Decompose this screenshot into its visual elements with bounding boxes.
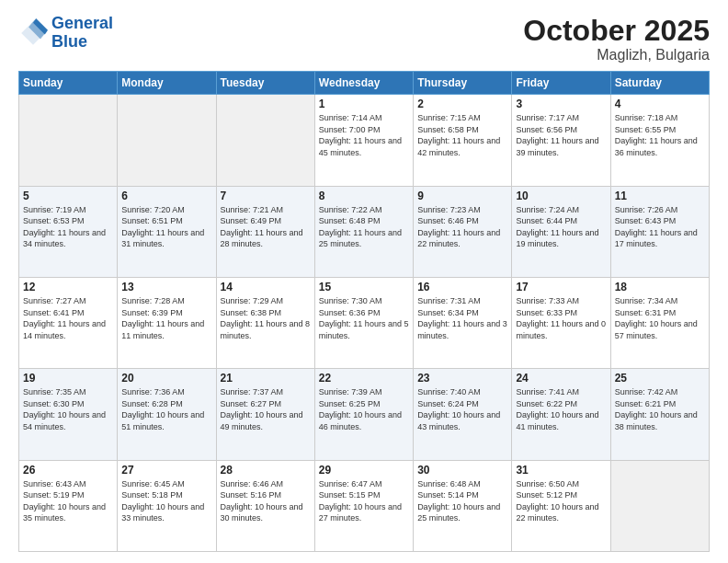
day-cell: 21Sunrise: 7:37 AMSunset: 6:27 PMDayligh…	[216, 369, 314, 460]
logo-blue: Blue	[51, 33, 113, 52]
day-cell: 30Sunrise: 6:48 AMSunset: 5:14 PMDayligh…	[414, 460, 512, 551]
day-cell	[610, 460, 709, 551]
week-row-1: 1Sunrise: 7:14 AMSunset: 7:00 PMDaylight…	[19, 95, 710, 186]
day-info: Sunrise: 7:37 AMSunset: 6:27 PMDaylight:…	[221, 386, 311, 432]
day-info: Sunrise: 7:34 AMSunset: 6:31 PMDaylight:…	[615, 295, 705, 341]
day-number: 20	[121, 372, 211, 385]
weekday-header-tuesday: Tuesday	[216, 72, 314, 95]
location: Maglizh, Bulgaria	[523, 47, 710, 63]
day-number: 7	[221, 190, 311, 202]
day-info: Sunrise: 6:43 AMSunset: 5:19 PMDaylight:…	[23, 478, 113, 524]
day-cell: 4Sunrise: 7:18 AMSunset: 6:55 PMDaylight…	[610, 95, 709, 186]
weekday-header-row: SundayMondayTuesdayWednesdayThursdayFrid…	[19, 72, 710, 95]
day-number: 18	[615, 281, 705, 293]
day-cell: 13Sunrise: 7:28 AMSunset: 6:39 PMDayligh…	[118, 277, 216, 368]
day-cell: 26Sunrise: 6:43 AMSunset: 5:19 PMDayligh…	[19, 460, 118, 551]
day-number: 28	[221, 464, 311, 477]
day-cell: 5Sunrise: 7:19 AMSunset: 6:53 PMDaylight…	[19, 186, 118, 277]
logo-icon	[18, 18, 48, 48]
day-cell: 24Sunrise: 7:41 AMSunset: 6:22 PMDayligh…	[512, 369, 610, 460]
day-info: Sunrise: 7:21 AMSunset: 6:49 PMDaylight:…	[221, 204, 311, 250]
day-cell: 29Sunrise: 6:47 AMSunset: 5:15 PMDayligh…	[314, 460, 413, 551]
week-row-5: 26Sunrise: 6:43 AMSunset: 5:19 PMDayligh…	[19, 460, 710, 551]
day-cell: 7Sunrise: 7:21 AMSunset: 6:49 PMDaylight…	[216, 186, 314, 277]
day-info: Sunrise: 7:23 AMSunset: 6:46 PMDaylight:…	[417, 204, 507, 250]
day-cell	[118, 95, 216, 186]
day-number: 15	[319, 281, 409, 293]
day-cell: 2Sunrise: 7:15 AMSunset: 6:58 PMDaylight…	[414, 95, 512, 186]
day-info: Sunrise: 6:48 AMSunset: 5:14 PMDaylight:…	[417, 478, 507, 524]
day-info: Sunrise: 7:40 AMSunset: 6:24 PMDaylight:…	[417, 386, 507, 432]
day-info: Sunrise: 7:19 AMSunset: 6:53 PMDaylight:…	[23, 204, 113, 250]
day-info: Sunrise: 7:39 AMSunset: 6:25 PMDaylight:…	[319, 386, 409, 432]
day-number: 17	[516, 281, 606, 293]
day-info: Sunrise: 7:15 AMSunset: 6:58 PMDaylight:…	[417, 112, 507, 158]
day-cell: 27Sunrise: 6:45 AMSunset: 5:18 PMDayligh…	[118, 460, 216, 551]
day-number: 21	[221, 372, 311, 385]
day-cell: 28Sunrise: 6:46 AMSunset: 5:16 PMDayligh…	[216, 460, 314, 551]
day-cell: 31Sunrise: 6:50 AMSunset: 5:12 PMDayligh…	[512, 460, 610, 551]
day-number: 10	[516, 190, 606, 202]
day-cell: 20Sunrise: 7:36 AMSunset: 6:28 PMDayligh…	[118, 369, 216, 460]
day-info: Sunrise: 7:35 AMSunset: 6:30 PMDaylight:…	[23, 386, 113, 432]
day-cell	[216, 95, 314, 186]
day-cell: 3Sunrise: 7:17 AMSunset: 6:56 PMDaylight…	[512, 95, 610, 186]
day-number: 23	[417, 372, 507, 385]
day-cell: 25Sunrise: 7:42 AMSunset: 6:21 PMDayligh…	[610, 369, 709, 460]
day-cell: 17Sunrise: 7:33 AMSunset: 6:33 PMDayligh…	[512, 277, 610, 368]
day-info: Sunrise: 7:33 AMSunset: 6:33 PMDaylight:…	[516, 295, 606, 341]
day-number: 3	[516, 98, 606, 110]
day-number: 25	[615, 372, 705, 385]
day-info: Sunrise: 7:42 AMSunset: 6:21 PMDaylight:…	[615, 386, 705, 432]
day-info: Sunrise: 7:36 AMSunset: 6:28 PMDaylight:…	[121, 386, 211, 432]
day-cell: 22Sunrise: 7:39 AMSunset: 6:25 PMDayligh…	[314, 369, 413, 460]
day-cell: 18Sunrise: 7:34 AMSunset: 6:31 PMDayligh…	[610, 277, 709, 368]
day-cell: 6Sunrise: 7:20 AMSunset: 6:51 PMDaylight…	[118, 186, 216, 277]
week-row-3: 12Sunrise: 7:27 AMSunset: 6:41 PMDayligh…	[19, 277, 710, 368]
day-cell: 12Sunrise: 7:27 AMSunset: 6:41 PMDayligh…	[19, 277, 118, 368]
day-cell: 15Sunrise: 7:30 AMSunset: 6:36 PMDayligh…	[314, 277, 413, 368]
day-number: 22	[319, 372, 409, 385]
day-info: Sunrise: 6:45 AMSunset: 5:18 PMDaylight:…	[121, 478, 211, 524]
day-info: Sunrise: 7:24 AMSunset: 6:44 PMDaylight:…	[516, 204, 606, 250]
day-number: 8	[319, 190, 409, 202]
day-number: 19	[23, 372, 113, 385]
logo-general: General	[51, 14, 113, 32]
day-cell	[19, 95, 118, 186]
day-info: Sunrise: 6:46 AMSunset: 5:16 PMDaylight:…	[221, 478, 311, 524]
weekday-header-saturday: Saturday	[610, 72, 709, 95]
day-number: 27	[121, 464, 211, 477]
day-number: 4	[615, 98, 705, 110]
day-cell: 9Sunrise: 7:23 AMSunset: 6:46 PMDaylight…	[414, 186, 512, 277]
header: General Blue October 2025 Maglizh, Bulga…	[18, 15, 710, 63]
day-number: 30	[417, 464, 507, 477]
day-number: 5	[23, 190, 113, 202]
day-info: Sunrise: 7:29 AMSunset: 6:38 PMDaylight:…	[221, 295, 311, 341]
day-info: Sunrise: 7:31 AMSunset: 6:34 PMDaylight:…	[417, 295, 507, 341]
day-cell: 8Sunrise: 7:22 AMSunset: 6:48 PMDaylight…	[314, 186, 413, 277]
day-number: 11	[615, 190, 705, 202]
day-info: Sunrise: 7:17 AMSunset: 6:56 PMDaylight:…	[516, 112, 606, 158]
logo-text: General Blue	[51, 15, 113, 52]
day-number: 29	[319, 464, 409, 477]
day-info: Sunrise: 7:20 AMSunset: 6:51 PMDaylight:…	[121, 204, 211, 250]
day-cell: 16Sunrise: 7:31 AMSunset: 6:34 PMDayligh…	[414, 277, 512, 368]
day-cell: 1Sunrise: 7:14 AMSunset: 7:00 PMDaylight…	[314, 95, 413, 186]
day-number: 6	[121, 190, 211, 202]
day-info: Sunrise: 7:30 AMSunset: 6:36 PMDaylight:…	[319, 295, 409, 341]
day-cell: 14Sunrise: 7:29 AMSunset: 6:38 PMDayligh…	[216, 277, 314, 368]
day-info: Sunrise: 7:14 AMSunset: 7:00 PMDaylight:…	[319, 112, 409, 158]
day-cell: 19Sunrise: 7:35 AMSunset: 6:30 PMDayligh…	[19, 369, 118, 460]
day-number: 16	[417, 281, 507, 293]
month-title: October 2025	[523, 15, 710, 47]
weekday-header-friday: Friday	[512, 72, 610, 95]
day-number: 9	[417, 190, 507, 202]
day-info: Sunrise: 7:26 AMSunset: 6:43 PMDaylight:…	[615, 204, 705, 250]
logo: General Blue	[18, 15, 113, 52]
week-row-2: 5Sunrise: 7:19 AMSunset: 6:53 PMDaylight…	[19, 186, 710, 277]
day-number: 2	[417, 98, 507, 110]
day-info: Sunrise: 6:50 AMSunset: 5:12 PMDaylight:…	[516, 478, 606, 524]
calendar-table: SundayMondayTuesdayWednesdayThursdayFrid…	[18, 71, 710, 552]
day-info: Sunrise: 7:18 AMSunset: 6:55 PMDaylight:…	[615, 112, 705, 158]
day-cell: 10Sunrise: 7:24 AMSunset: 6:44 PMDayligh…	[512, 186, 610, 277]
